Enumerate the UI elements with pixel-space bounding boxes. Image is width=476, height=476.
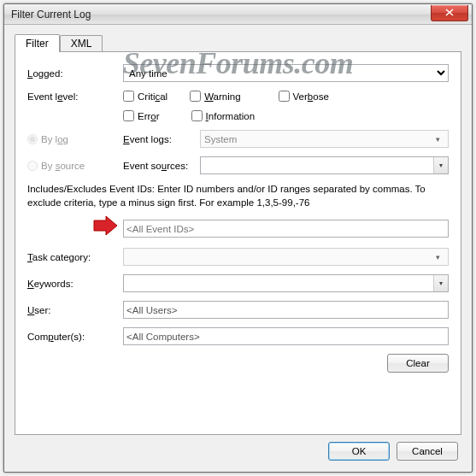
event-sources-dropdown[interactable]: ▾ [200,156,449,174]
dialog-window: Filter Current Log SevenForums.com Filte… [3,3,473,473]
event-level-label: Event level: [27,91,123,102]
information-checkbox[interactable]: Information [191,110,256,121]
verbose-checkbox[interactable]: Verbose [279,91,329,102]
event-ids-description: Includes/Excludes Event IDs: Enter ID nu… [27,183,449,209]
titlebar: Filter Current Log [4,4,472,25]
computers-label: Computer(s): [27,332,123,342]
chevron-down-icon[interactable]: ▾ [433,275,448,291]
ok-button[interactable]: OK [328,442,390,461]
event-sources-label: Event sources: [123,161,200,171]
tab-panel-filter: Logged: Any time Event level: Critical W… [15,52,461,435]
event-ids-input[interactable] [123,220,449,238]
annotation-arrow-icon [91,214,121,238]
error-checkbox[interactable]: Error [123,110,160,121]
cancel-button[interactable]: Cancel [397,442,458,461]
dialog-footer: OK Cancel [15,435,461,461]
event-logs-dropdown: System ▾ [200,130,449,148]
task-category-dropdown: ▾ [123,248,449,266]
keywords-dropdown[interactable]: ▾ [123,274,449,292]
user-label: User: [27,305,123,315]
chevron-down-icon[interactable]: ▾ [433,157,448,173]
tab-strip: Filter XML [15,33,461,52]
tab-filter[interactable]: Filter [15,34,60,52]
clear-button[interactable]: Clear [387,354,449,373]
logged-label: Logged: [27,68,123,79]
logged-dropdown[interactable]: Any time [123,64,449,82]
close-icon [445,9,454,16]
computers-input[interactable] [123,327,449,345]
warning-checkbox[interactable]: Warning [190,91,240,102]
by-log-radio: By log [27,134,123,144]
chevron-down-icon: ▾ [432,135,444,144]
tab-xml[interactable]: XML [60,35,103,51]
critical-checkbox[interactable]: Critical [123,91,167,102]
close-button[interactable] [431,5,468,21]
window-title: Filter Current Log [11,9,431,21]
user-input[interactable] [123,301,449,319]
event-logs-label: Event logs: [123,134,200,144]
task-category-label: Task category: [27,252,123,262]
keywords-label: Keywords: [27,279,123,289]
by-source-radio: By source [27,161,123,171]
chevron-down-icon: ▾ [432,253,444,262]
svg-marker-0 [94,216,117,235]
